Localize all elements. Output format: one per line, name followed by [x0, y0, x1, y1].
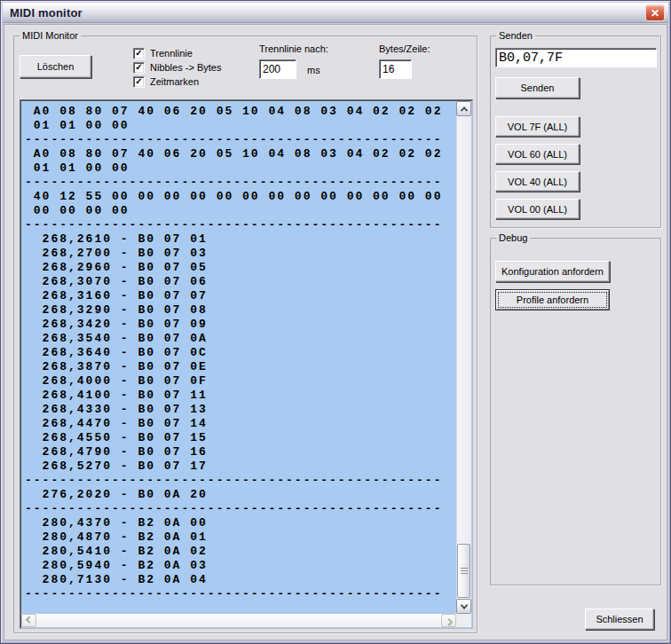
close-dialog-button[interactable]: Schliessen — [585, 609, 654, 630]
vol-7f-all-button[interactable]: VOL 7F (ALL) — [495, 116, 580, 137]
scroll-up-button[interactable] — [456, 101, 471, 116]
window-title: MIDI monitor — [10, 6, 83, 20]
request-profiles-button[interactable]: Profile anfordern — [495, 289, 610, 310]
titlebar[interactable]: MIDI monitor ✕ — [3, 3, 668, 23]
clear-button[interactable]: Löschen — [20, 55, 91, 78]
checkbox-trennlinie[interactable]: ✓ Trennlinie — [133, 47, 193, 59]
midi-monitor-group: MIDI Monitor Löschen ✓ Trennlinie ✓ Nibb… — [13, 35, 478, 633]
horizontal-scrollbar[interactable] — [21, 614, 456, 627]
vol-00-all-button[interactable]: VOL 00 (ALL) — [495, 199, 580, 219]
checkbox-box: ✓ — [133, 62, 145, 74]
scroll-left-button[interactable] — [21, 614, 36, 627]
checkbox-nibbles-bytes[interactable]: ✓ Nibbles -> Bytes — [133, 61, 221, 74]
bytes-zeile-input[interactable] — [379, 59, 412, 79]
chevron-right-icon — [445, 618, 452, 625]
scroll-right-button[interactable] — [441, 614, 456, 627]
chevron-left-icon — [25, 616, 32, 623]
checkbox-label: Trennlinie — [150, 48, 193, 59]
midi-log-text: A0 08 80 07 40 06 20 05 10 04 08 03 04 0… — [25, 105, 455, 613]
vertical-scrollbar-thumb[interactable] — [457, 544, 470, 598]
ms-unit-label: ms — [307, 65, 320, 75]
checkmark-icon: ✓ — [135, 77, 142, 86]
vertical-scrollbar[interactable] — [456, 101, 471, 614]
midi-log-area[interactable]: A0 08 80 07 40 06 20 05 10 04 08 03 04 0… — [20, 99, 473, 629]
midi-monitor-group-label: MIDI Monitor — [20, 30, 81, 41]
checkbox-label: Zeitmarken — [150, 76, 199, 87]
midi-monitor-window: MIDI monitor ✕ MIDI Monitor Löschen ✓ Tr… — [0, 0, 671, 644]
scrollbar-corner — [456, 614, 471, 627]
close-icon: ✕ — [651, 8, 659, 19]
senden-group: Senden Senden VOL 7F (ALL) VOL 60 (ALL) … — [490, 35, 661, 228]
send-button[interactable]: Senden — [495, 77, 580, 98]
debug-group-label: Debug — [496, 232, 530, 243]
checkbox-box: ✓ — [133, 76, 145, 88]
thumb-grip-icon — [461, 570, 468, 571]
chevron-down-icon — [460, 601, 467, 609]
vol-40-all-button[interactable]: VOL 40 (ALL) — [495, 171, 580, 192]
close-button[interactable]: ✕ — [645, 4, 665, 21]
checkbox-box: ✓ — [133, 48, 145, 59]
bytes-zeile-label: Bytes/Zeile: — [379, 43, 430, 54]
trennlinie-nach-label: Trennlinie nach: — [259, 43, 328, 54]
scroll-down-button[interactable] — [456, 599, 471, 614]
chevron-up-icon — [460, 106, 467, 114]
trennlinie-ms-input[interactable] — [259, 59, 296, 79]
send-message-input[interactable] — [495, 48, 657, 67]
request-configuration-button[interactable]: Konfiguration anfordern — [495, 261, 610, 282]
checkmark-icon: ✓ — [135, 63, 142, 72]
senden-group-label: Senden — [496, 30, 535, 41]
vol-60-all-button[interactable]: VOL 60 (ALL) — [495, 144, 580, 164]
checkmark-icon: ✓ — [135, 49, 142, 58]
checkbox-zeitmarken[interactable]: ✓ Zeitmarken — [133, 75, 199, 88]
debug-group: Debug Konfiguration anfordern Profile an… — [490, 238, 661, 585]
checkbox-label: Nibbles -> Bytes — [150, 62, 221, 73]
